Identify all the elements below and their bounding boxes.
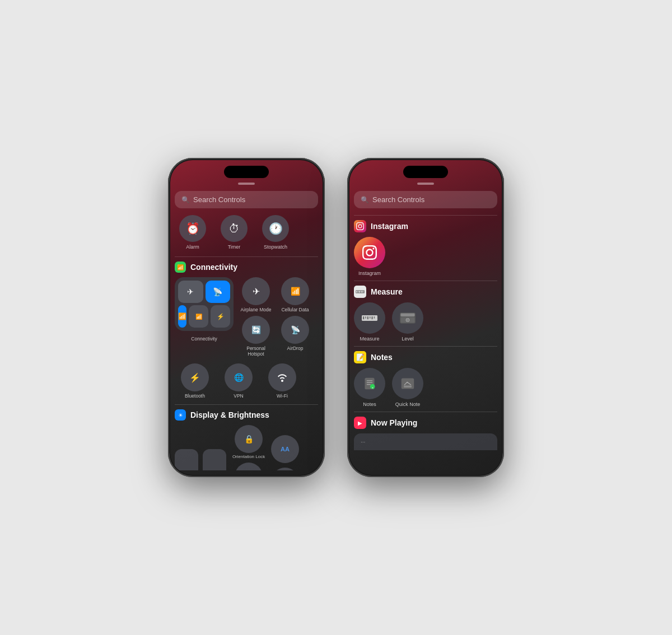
wifi-label: Wi-Fi bbox=[277, 393, 288, 399]
svg-rect-1 bbox=[356, 291, 357, 293]
timer-label: Timer bbox=[228, 244, 241, 250]
now-playing-section-label: Now Playing bbox=[371, 418, 417, 427]
dark-mode-item[interactable]: ⬛ bbox=[271, 468, 299, 470]
svg-rect-4 bbox=[361, 291, 361, 292]
small-controls-col2: AA ⬛ bbox=[271, 435, 299, 470]
airplane-btn[interactable]: ✈ bbox=[178, 281, 203, 303]
measure-section-header: Measure bbox=[354, 286, 497, 298]
cellular-standalone-label: Cellular Data bbox=[281, 307, 309, 312]
stopwatch-circle: 🕐 bbox=[262, 215, 289, 242]
notes-icon-inner: 📝 bbox=[356, 353, 365, 361]
cellular-small-btn[interactable]: 📶 bbox=[189, 305, 208, 328]
alarm-item[interactable]: ⏰ Alarm bbox=[175, 215, 211, 250]
now-playing-section-icon: ▶ bbox=[354, 417, 366, 429]
wifi-circle bbox=[268, 363, 296, 391]
svg-rect-9 bbox=[365, 316, 366, 319]
instagram-app-item[interactable]: Instagram bbox=[354, 237, 385, 276]
search-icon-right: 🔍 bbox=[361, 196, 369, 204]
bluetooth-small-btn[interactable]: ⚡ bbox=[211, 305, 230, 328]
airdrop-standalone[interactable]: 📡 AirDrop bbox=[277, 316, 313, 357]
notes-app-item[interactable]: + Notes bbox=[354, 368, 385, 407]
vpn-item[interactable]: 🌐 VPN bbox=[221, 363, 256, 399]
vpn-circle: 🌐 bbox=[225, 363, 253, 391]
notes-section: 📝 Notes bbox=[354, 351, 497, 407]
level-app-label: Level bbox=[402, 336, 414, 342]
quick-note-app-label: Quick Note bbox=[395, 401, 421, 407]
instagram-items-row: Instagram bbox=[354, 237, 497, 276]
level-app-item[interactable]: Level bbox=[392, 302, 423, 342]
scroll-indicator-left bbox=[238, 183, 255, 185]
orientation-lock-circle: 🔒 bbox=[235, 425, 263, 453]
divider-2 bbox=[175, 404, 318, 405]
now-playing-control[interactable]: ··· bbox=[354, 433, 497, 450]
left-phone-screen: 🔍 Search Controls ⏰ Alarm ⏱ Timer 🕐 bbox=[170, 160, 323, 475]
measure-app-item[interactable]: Measure bbox=[354, 302, 385, 342]
wifi-main-btn[interactable]: 📡 bbox=[206, 281, 231, 303]
instagram-section-icon bbox=[354, 220, 366, 232]
connectivity-group-wrapper: ✈ 📡 📶 📶 ⚡ Connectivity bbox=[175, 277, 234, 342]
right-divider-1 bbox=[354, 215, 497, 216]
sliders-row: ☀️ AA 🔒 Orientation Lock bbox=[175, 425, 318, 470]
now-playing-section: ▶ Now Playing ··· bbox=[354, 417, 497, 450]
quick-note-app-item[interactable]: Quick Note bbox=[392, 368, 423, 407]
wifi-item[interactable]: Wi-Fi bbox=[264, 363, 300, 399]
notes-section-header: 📝 Notes bbox=[354, 351, 497, 363]
bottom-connectivity-row: ⚡ Bluetooth 🌐 VPN bbox=[177, 363, 318, 399]
search-text-right: Search Controls bbox=[372, 195, 424, 204]
instagram-app-label: Instagram bbox=[358, 270, 381, 276]
measure-items-row: Measure bbox=[354, 302, 497, 342]
svg-rect-2 bbox=[358, 291, 358, 292]
text-aa-item[interactable]: AA bbox=[271, 435, 299, 464]
alarm-label: Alarm bbox=[186, 244, 199, 250]
notes-app-label: Notes bbox=[363, 401, 376, 407]
cellular-standalone[interactable]: 📶 Cellular Data bbox=[277, 277, 313, 312]
dynamic-island-right bbox=[403, 166, 448, 178]
orientation-lock-item[interactable]: 🔒 Orientation Lock bbox=[231, 425, 267, 459]
scroll-indicator-right bbox=[417, 183, 434, 185]
svg-rect-3 bbox=[359, 291, 360, 293]
left-phone: 🔍 Search Controls ⏰ Alarm ⏱ Timer 🕐 bbox=[168, 158, 325, 477]
divider-1 bbox=[175, 256, 318, 257]
now-playing-hint: ··· bbox=[361, 439, 365, 445]
notes-section-icon: 📝 bbox=[354, 351, 366, 363]
svg-text:+: + bbox=[371, 386, 374, 389]
instagram-section-header: Instagram bbox=[354, 220, 497, 232]
right-phone: 🔍 Search Controls Instagram bbox=[347, 158, 504, 477]
wifi-btn[interactable]: 📶 bbox=[178, 305, 186, 328]
screen-recording-item[interactable]: ⏺ Screen Recording bbox=[231, 463, 267, 470]
search-bar-right[interactable]: 🔍 Search Controls bbox=[354, 191, 497, 208]
right-screen-content: 🔍 Search Controls Instagram bbox=[354, 191, 497, 470]
svg-rect-5 bbox=[362, 291, 362, 293]
right-phone-screen: 🔍 Search Controls Instagram bbox=[349, 160, 502, 475]
stopwatch-item[interactable]: 🕐 Stopwatch bbox=[258, 215, 293, 250]
hotspot-label: Personal Hotspot bbox=[238, 345, 274, 357]
connectivity-group-label: Connectivity bbox=[191, 336, 217, 342]
right-phone-frame: 🔍 Search Controls Instagram bbox=[347, 158, 504, 477]
timer-item[interactable]: ⏱ Timer bbox=[216, 215, 252, 250]
airdrop-standalone-circle: 📡 bbox=[281, 316, 309, 344]
airdrop-label: AirDrop bbox=[287, 345, 304, 351]
right-divider-3 bbox=[354, 346, 497, 347]
search-bar-left[interactable]: 🔍 Search Controls bbox=[175, 191, 318, 208]
svg-point-18 bbox=[407, 319, 408, 320]
connectivity-section-header: 📶 Connectivity bbox=[175, 262, 318, 273]
bluetooth-item[interactable]: ⚡ Bluetooth bbox=[177, 363, 213, 399]
brightness-slider[interactable]: ☀️ bbox=[175, 449, 198, 470]
svg-rect-15 bbox=[400, 314, 414, 317]
right-divider-4 bbox=[354, 412, 497, 412]
connectivity-label: Connectivity bbox=[190, 263, 237, 272]
airplane-standalone[interactable]: ✈ Airplane Mode bbox=[238, 277, 274, 312]
text-size-slider[interactable]: AA bbox=[203, 449, 226, 470]
svg-rect-10 bbox=[367, 316, 368, 319]
search-text-left: Search Controls bbox=[193, 195, 245, 204]
display-section-icon: ☀ bbox=[175, 409, 186, 421]
hotspot-standalone[interactable]: 🔄 Personal Hotspot bbox=[238, 316, 274, 357]
svg-rect-8 bbox=[363, 316, 364, 319]
now-playing-section-header: ▶ Now Playing bbox=[354, 417, 497, 429]
instagram-app-circle bbox=[354, 237, 385, 268]
measure-app-label: Measure bbox=[360, 336, 379, 342]
measure-section: Measure bbox=[354, 286, 497, 342]
connectivity-main-row: ✈ 📡 📶 📶 ⚡ Connectivity bbox=[175, 277, 318, 357]
quick-note-app-circle bbox=[392, 368, 423, 399]
dynamic-island-left bbox=[224, 166, 269, 178]
